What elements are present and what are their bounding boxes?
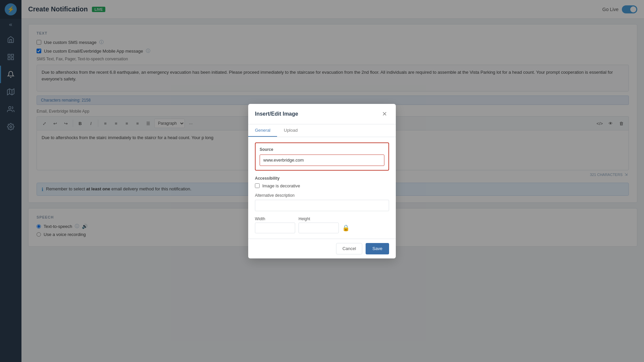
cancel-button[interactable]: Cancel bbox=[336, 243, 362, 254]
source-input[interactable] bbox=[260, 155, 384, 166]
modal-title: Insert/Edit Image bbox=[255, 111, 298, 117]
source-label: Source bbox=[260, 147, 384, 152]
height-group: Height bbox=[299, 217, 339, 233]
alt-desc-label: Alternative description bbox=[255, 193, 389, 198]
lock-icon[interactable]: 🔒 bbox=[342, 224, 350, 232]
width-group: Width bbox=[255, 217, 295, 233]
height-label: Height bbox=[299, 217, 339, 221]
decorative-checkbox-row: Image is decorative bbox=[255, 183, 389, 188]
insert-edit-image-modal: Insert/Edit Image ✕ General Upload Sourc… bbox=[248, 104, 396, 258]
modal-body: Source Accessibility Image is decorative… bbox=[248, 137, 396, 239]
decorative-label: Image is decorative bbox=[262, 183, 300, 188]
accessibility-title: Accessibility bbox=[255, 176, 389, 181]
height-input[interactable] bbox=[299, 223, 339, 233]
save-button[interactable]: Save bbox=[366, 243, 389, 254]
width-label: Width bbox=[255, 217, 295, 221]
accessibility-group: Accessibility Image is decorative bbox=[255, 176, 389, 188]
modal-close-button[interactable]: ✕ bbox=[380, 109, 389, 119]
width-input[interactable] bbox=[255, 223, 295, 233]
dimensions-row: Width Height 🔒 bbox=[255, 217, 389, 233]
modal-tab-upload[interactable]: Upload bbox=[277, 124, 304, 137]
modal-tab-general[interactable]: General bbox=[248, 124, 277, 137]
source-group: Source bbox=[255, 142, 389, 171]
modal-overlay[interactable]: Insert/Edit Image ✕ General Upload Sourc… bbox=[0, 0, 644, 362]
decorative-checkbox[interactable] bbox=[255, 183, 260, 188]
modal-tabs: General Upload bbox=[248, 124, 396, 137]
modal-footer: Cancel Save bbox=[248, 239, 396, 258]
alt-desc-input[interactable] bbox=[255, 200, 389, 211]
alt-desc-group: Alternative description bbox=[255, 193, 389, 211]
modal-header: Insert/Edit Image ✕ bbox=[248, 104, 396, 124]
